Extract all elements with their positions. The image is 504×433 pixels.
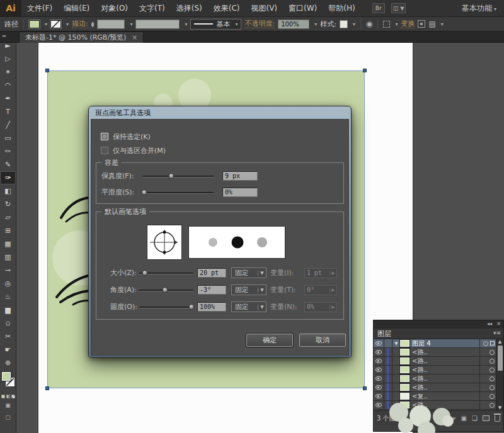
target-circle-icon[interactable]: [483, 341, 488, 346]
tool-slice[interactable]: ✂: [0, 330, 16, 343]
chevron-down-icon[interactable]: ▾: [130, 21, 132, 27]
transform-link[interactable]: 变换: [401, 20, 415, 28]
panel-menu-icon[interactable]: ▾≡: [493, 330, 501, 336]
layer-row[interactable]: <路..: [374, 366, 503, 374]
target-circle-icon[interactable]: [490, 403, 495, 408]
target-circle-icon[interactable]: [490, 394, 495, 399]
visibility-eye-icon[interactable]: [374, 357, 384, 365]
chevron-down-icon[interactable]: ▾: [66, 21, 69, 27]
menu-type[interactable]: 文字(T): [134, 0, 171, 17]
tool-rectangle[interactable]: ▭: [0, 132, 16, 145]
layer-thumbnail[interactable]: [400, 349, 410, 356]
cancel-button[interactable]: 取消: [299, 334, 346, 347]
visibility-eye-icon[interactable]: [374, 339, 384, 347]
visibility-eye-icon[interactable]: [374, 374, 384, 383]
size-mode-dropdown[interactable]: 固定 ▼: [231, 267, 266, 278]
tool-mesh[interactable]: ▦: [0, 237, 16, 250]
tool-eraser[interactable]: ◧: [0, 184, 16, 198]
fidelity-value-field[interactable]: 9 px: [222, 171, 258, 181]
layer-row[interactable]: <路..: [374, 383, 503, 392]
tool-scale[interactable]: ▱: [0, 211, 16, 224]
roundness-value-field[interactable]: 100%: [197, 302, 226, 312]
style-swatch[interactable]: [340, 20, 348, 28]
size-slider[interactable]: [139, 268, 193, 278]
smoothness-value-field[interactable]: 0%: [222, 188, 258, 197]
layer-row[interactable]: <路..: [374, 374, 503, 383]
target-circle-icon[interactable]: [490, 359, 495, 364]
collapse-panel-icon[interactable]: ◂◂: [487, 321, 492, 327]
slider-thumb[interactable]: [142, 270, 147, 276]
layer-name[interactable]: <路..: [412, 348, 479, 357]
menu-file[interactable]: 文件(F): [21, 0, 58, 17]
none-button[interactable]: [11, 395, 15, 398]
fill-swatch[interactable]: [2, 372, 11, 381]
roundness-mode-dropdown[interactable]: 固定 ▼: [231, 301, 266, 312]
expand-triangle-icon[interactable]: ▼: [392, 341, 400, 346]
tool-line-segment[interactable]: ╱: [0, 118, 16, 132]
collapse-tools-icon[interactable]: ▸▸: [3, 33, 6, 38]
scrollbar-thumb[interactable]: [498, 346, 503, 371]
select-similar-icon[interactable]: [383, 21, 390, 28]
menu-help[interactable]: 帮助(H): [323, 0, 360, 17]
clipping-mask-icon[interactable]: ▣: [461, 415, 467, 422]
angle-mode-dropdown[interactable]: 固定 ▼: [231, 284, 266, 295]
bridge-icon[interactable]: Br: [372, 3, 385, 13]
layer-thumbnail[interactable]: [400, 366, 410, 373]
visibility-eye-icon[interactable]: [374, 401, 384, 409]
new-layer-icon[interactable]: [483, 415, 490, 421]
chevron-down-icon[interactable]: ▾: [395, 21, 398, 27]
close-panel-icon[interactable]: ✕: [496, 321, 501, 327]
width-profile-dropdown[interactable]: [135, 20, 180, 29]
stroke-color-swatch[interactable]: [50, 20, 61, 28]
visibility-eye-icon[interactable]: [374, 366, 384, 374]
layer-name[interactable]: <复..: [412, 392, 479, 401]
smoothness-slider[interactable]: [143, 188, 214, 197]
panel-scrollbar[interactable]: ▲ ▼: [496, 339, 503, 410]
layer-name[interactable]: <路..: [412, 357, 479, 366]
selection-handle[interactable]: [45, 386, 49, 390]
chevron-down-icon[interactable]: ▾: [441, 21, 444, 27]
fidelity-slider[interactable]: [143, 171, 214, 181]
tool-rotate[interactable]: ↻: [0, 198, 16, 211]
layer-thumbnail[interactable]: [400, 393, 410, 400]
chevron-down-icon[interactable]: ▾: [353, 21, 355, 27]
angle-slider[interactable]: [139, 285, 193, 295]
tool-hand[interactable]: ☛: [0, 343, 16, 356]
target-circle-icon[interactable]: [490, 368, 495, 373]
layer-row[interactable]: <路..: [374, 348, 503, 357]
drawing-mode-icon[interactable]: ▣: [0, 401, 16, 410]
opacity-link[interactable]: 不透明度:: [244, 20, 275, 28]
tool-perspective-grid[interactable]: ⊞: [0, 224, 16, 237]
layer-row[interactable]: ▼ 图层 4: [374, 339, 503, 348]
opacity-field[interactable]: 100%: [278, 20, 309, 29]
layer-row[interactable]: <路..: [374, 357, 503, 366]
target-circle-icon[interactable]: [490, 376, 495, 381]
layer-name[interactable]: <路..: [412, 374, 479, 383]
layer-thumbnail[interactable]: [400, 375, 410, 382]
close-tab-icon[interactable]: ×: [132, 34, 137, 41]
tool-zoom[interactable]: ⊕: [0, 356, 16, 369]
recolor-artwork-icon[interactable]: ◉: [366, 20, 372, 28]
tab-layers[interactable]: 图层: [377, 329, 391, 339]
arrange-documents-icon[interactable]: ◫▼: [391, 3, 406, 13]
chevron-down-icon[interactable]: ▾: [185, 21, 187, 27]
ok-button[interactable]: 确定: [246, 334, 293, 347]
menu-object[interactable]: 对象(O): [95, 0, 134, 17]
tool-paintbrush[interactable]: ✏: [0, 145, 16, 158]
tool-pen[interactable]: ✒: [0, 92, 16, 105]
chevron-down-icon[interactable]: ▾: [314, 21, 317, 27]
tool-blend[interactable]: ◎: [0, 277, 16, 290]
tool-eyedropper[interactable]: ⊸: [0, 264, 16, 277]
scroll-up-icon[interactable]: ▲: [496, 339, 503, 344]
slider-thumb[interactable]: [188, 304, 194, 310]
menu-edit[interactable]: 编辑(E): [58, 0, 95, 17]
target-circle-icon[interactable]: [490, 350, 495, 355]
document-tab[interactable]: 未标题-1* @ 150% (RGB/预览) ×: [19, 31, 144, 43]
layer-name[interactable]: 图层 4: [412, 339, 479, 348]
tool-direct-selection[interactable]: ▷: [0, 52, 16, 65]
layer-thumbnail[interactable]: [400, 340, 410, 347]
align-icon[interactable]: [418, 20, 425, 28]
fill-color-swatch[interactable]: [29, 20, 40, 28]
tool-blob-brush[interactable]: ✑: [0, 171, 16, 184]
target-circle-icon[interactable]: [490, 385, 495, 390]
